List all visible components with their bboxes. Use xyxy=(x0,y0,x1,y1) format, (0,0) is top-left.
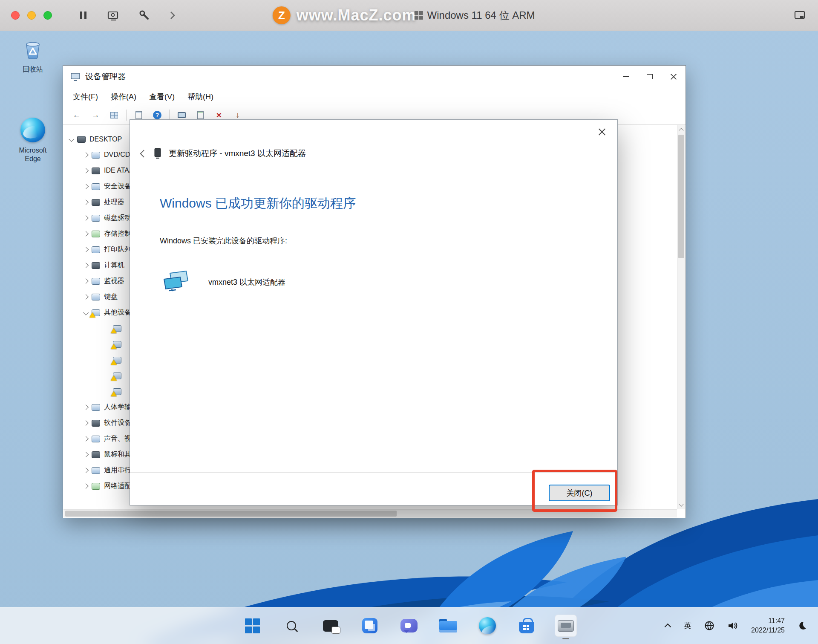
dialog-close-button[interactable] xyxy=(598,127,607,136)
vm-settings-wrench-button[interactable] xyxy=(139,10,150,21)
scroll-up-icon[interactable] xyxy=(679,128,683,133)
clock[interactable]: 11:47 2022/11/25 xyxy=(751,616,785,635)
task-view-button[interactable] xyxy=(320,615,342,637)
sound-controller-icon xyxy=(92,436,100,442)
dialog-title: 更新驱动程序 - vmxnet3 以太网适配器 xyxy=(169,148,306,159)
folder-icon xyxy=(439,619,457,632)
chevron-right-icon[interactable] xyxy=(83,468,89,473)
unknown-device-warning-icon xyxy=(113,341,121,348)
close-button[interactable] xyxy=(662,66,686,88)
edge-label: Microsoft Edge xyxy=(12,146,53,163)
console-tree-icon[interactable] xyxy=(107,108,121,122)
device-manager-titlebar[interactable]: 设备管理器 xyxy=(63,66,686,88)
widgets-button[interactable] xyxy=(359,615,381,637)
store-button[interactable] xyxy=(516,615,538,637)
chevron-right-icon[interactable] xyxy=(83,231,89,237)
chevron-right-icon[interactable] xyxy=(83,168,89,173)
network-adapter-icon xyxy=(92,483,100,490)
tray-date: 2022/11/25 xyxy=(751,626,785,635)
chevron-right-icon[interactable] xyxy=(83,152,89,158)
macz-logo-icon: Z xyxy=(273,6,291,24)
success-heading: Windows 已成功更新你的驱动程序 xyxy=(160,195,356,212)
search-button[interactable] xyxy=(280,615,302,637)
back-arrow-icon[interactable] xyxy=(140,150,147,157)
recycle-bin-shortcut[interactable]: 回收站 xyxy=(6,37,60,74)
menu-action[interactable]: 操作(A) xyxy=(104,89,143,104)
navigate-back-icon[interactable]: ← xyxy=(70,108,84,122)
update-driver-dialog: 更新驱动程序 - vmxnet3 以太网适配器 Windows 已成功更新你的驱… xyxy=(130,119,618,505)
maximize-button[interactable] xyxy=(638,66,662,88)
scrollbar-thumb[interactable] xyxy=(678,135,684,258)
hid-icon xyxy=(92,404,100,411)
tray-expand-chevron-icon[interactable] xyxy=(665,623,671,630)
other-devices-icon xyxy=(92,309,100,316)
scrollbar-thumb[interactable] xyxy=(65,511,397,517)
recycle-bin-label: 回收站 xyxy=(23,65,43,74)
chevron-right-icon[interactable] xyxy=(83,404,89,410)
vm-snapshot-button[interactable] xyxy=(107,10,119,20)
vm-window-titlebar: Z www.MacZ.com Windows 11 64 位 ARM xyxy=(0,0,818,31)
chevron-down-icon[interactable] xyxy=(69,136,74,142)
ime-language-indicator[interactable]: 英 xyxy=(684,621,691,631)
windows-logo-icon xyxy=(415,11,423,20)
edge-button[interactable] xyxy=(476,615,498,637)
close-icon xyxy=(670,73,677,81)
scroll-down-icon[interactable] xyxy=(679,502,683,506)
storage-controller-icon xyxy=(92,231,100,237)
computer-icon xyxy=(77,136,86,143)
device-manager-app-icon xyxy=(558,620,574,632)
start-button[interactable] xyxy=(241,615,263,637)
chat-button[interactable] xyxy=(398,615,420,637)
computer-node-icon xyxy=(92,262,100,269)
installed-device-row: vmxnet3 以太网适配器 xyxy=(161,270,285,295)
vm-display-mode-button[interactable] xyxy=(794,11,805,20)
menu-file[interactable]: 文件(F) xyxy=(66,89,104,104)
zoom-window-button[interactable] xyxy=(43,11,52,20)
vertical-scrollbar[interactable] xyxy=(677,125,685,509)
minimize-button[interactable] xyxy=(614,66,638,88)
chevron-right-icon[interactable] xyxy=(170,11,176,20)
watermark-text: www.MacZ.com xyxy=(297,6,416,24)
unknown-device-warning-icon xyxy=(113,325,121,332)
disk-drive-icon xyxy=(92,215,100,222)
recycle-bin-icon xyxy=(20,37,45,61)
chevron-right-icon[interactable] xyxy=(83,278,89,284)
chevron-right-icon[interactable] xyxy=(83,184,89,189)
chevron-right-icon[interactable] xyxy=(83,199,89,205)
chevron-right-icon[interactable] xyxy=(83,452,89,457)
dvd-drive-icon xyxy=(92,152,100,159)
print-queue-icon xyxy=(92,246,100,253)
menu-help[interactable]: 帮助(H) xyxy=(181,89,220,104)
close-window-button[interactable] xyxy=(11,11,20,20)
edge-shortcut[interactable]: Microsoft Edge xyxy=(6,118,60,163)
task-view-icon xyxy=(323,620,338,632)
device-manager-icon xyxy=(71,72,80,81)
chevron-down-icon[interactable] xyxy=(83,310,89,315)
chevron-right-icon[interactable] xyxy=(83,436,89,442)
chevron-right-icon[interactable] xyxy=(83,483,89,489)
device-name: vmxnet3 以太网适配器 xyxy=(208,277,285,287)
menu-view[interactable]: 查看(V) xyxy=(143,89,181,104)
unknown-device-warning-icon xyxy=(113,357,121,364)
minimize-window-button[interactable] xyxy=(27,11,36,20)
chevron-right-icon[interactable] xyxy=(83,294,89,300)
screen: Z www.MacZ.com Windows 11 64 位 ARM 回收站 xyxy=(0,0,818,644)
network-tray-icon[interactable] xyxy=(704,621,714,631)
notification-moon-icon[interactable] xyxy=(798,621,807,630)
highlight-annotation xyxy=(532,470,617,512)
vm-window-title: Windows 11 64 位 ARM xyxy=(427,9,535,22)
volume-tray-icon[interactable] xyxy=(727,621,738,631)
taskbar: 英 11:47 2022/11/25 xyxy=(0,607,818,644)
store-icon xyxy=(519,622,534,633)
vm-pause-button[interactable] xyxy=(79,11,88,20)
search-icon xyxy=(285,619,298,632)
edge-icon xyxy=(20,118,45,142)
chevron-right-icon[interactable] xyxy=(83,247,89,252)
navigate-forward-icon[interactable]: → xyxy=(89,108,102,122)
chevron-right-icon[interactable] xyxy=(83,263,89,268)
device-manager-app-button[interactable] xyxy=(555,615,577,637)
chevron-right-icon[interactable] xyxy=(83,420,89,426)
file-explorer-button[interactable] xyxy=(437,615,459,637)
macos-traffic-lights xyxy=(11,11,52,20)
chevron-right-icon[interactable] xyxy=(83,215,89,221)
